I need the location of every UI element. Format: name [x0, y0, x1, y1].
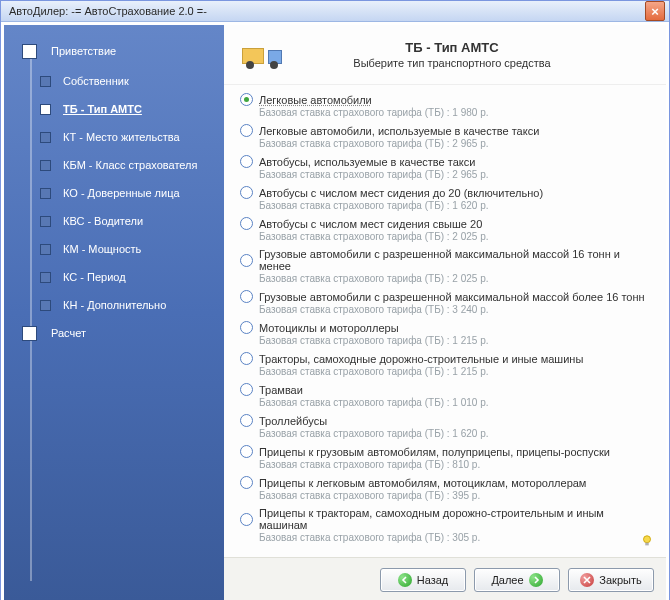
- sidebar-item-label: Собственник: [63, 75, 129, 87]
- node-icon: [40, 132, 51, 143]
- vehicle-radio-4[interactable]: Автобусы с числом мест сидения свыше 20: [240, 217, 654, 230]
- vehicle-radio-6[interactable]: Грузовые автомобили с разрешенной максим…: [240, 290, 654, 303]
- vehicle-radio-3[interactable]: Автобусы с числом мест сидения до 20 (вк…: [240, 186, 654, 199]
- option-label: Прицепы к тракторам, самоходным дорожно-…: [259, 507, 654, 531]
- option-label: Автобусы, используемые в качестве такси: [259, 156, 475, 168]
- vehicle-option-2: Автобусы, используемые в качестве таксиБ…: [240, 155, 654, 180]
- close-icon[interactable]: ×: [645, 1, 665, 21]
- vehicle-option-5: Грузовые автомобили с разрешенной максим…: [240, 248, 654, 284]
- option-rate: Базовая ставка страхового тарифа (ТБ) : …: [259, 428, 654, 439]
- vehicle-radio-0[interactable]: Легковые автомобили: [240, 93, 654, 106]
- radio-icon: [240, 321, 253, 334]
- option-rate: Базовая ставка страхового тарифа (ТБ) : …: [259, 200, 654, 211]
- radio-icon: [240, 290, 253, 303]
- option-rate: Базовая ставка страхового тарифа (ТБ) : …: [259, 490, 654, 501]
- x-icon: [580, 573, 594, 587]
- node-start-icon: [22, 44, 37, 59]
- option-rate: Базовая ставка страхового тарифа (ТБ) : …: [259, 335, 654, 346]
- radio-icon: [240, 93, 253, 106]
- option-rate: Базовая ставка страхового тарифа (ТБ) : …: [259, 169, 654, 180]
- sidebar-start[interactable]: Приветствие: [22, 37, 224, 65]
- sidebar-item-0[interactable]: Собственник: [22, 67, 224, 95]
- option-rate: Базовая ставка страхового тарифа (ТБ) : …: [259, 107, 654, 118]
- radio-icon: [240, 352, 253, 365]
- option-label: Трамваи: [259, 384, 303, 396]
- sidebar-start-label: Приветствие: [51, 45, 116, 57]
- vehicle-radio-8[interactable]: Тракторы, самоходные дорожно-строительны…: [240, 352, 654, 365]
- vehicle-option-9: ТрамваиБазовая ставка страхового тарифа …: [240, 383, 654, 408]
- sidebar-item-label: ТБ - Тип АМТС: [63, 103, 142, 115]
- option-rate: Базовая ставка страхового тарифа (ТБ) : …: [259, 532, 654, 543]
- vehicle-radio-12[interactable]: Прицепы к легковым автомобилям, мотоцикл…: [240, 476, 654, 489]
- sidebar-item-label: КВС - Водители: [63, 215, 143, 227]
- vehicle-option-6: Грузовые автомобили с разрешенной максим…: [240, 290, 654, 315]
- next-button[interactable]: Далее: [474, 568, 560, 592]
- next-label: Далее: [491, 574, 523, 586]
- option-label: Троллейбусы: [259, 415, 327, 427]
- wizard-body: Приветствие СобственникТБ - Тип АМТСКТ -…: [1, 22, 669, 600]
- back-button[interactable]: Назад: [380, 568, 466, 592]
- arrow-left-icon: [398, 573, 412, 587]
- node-icon: [40, 76, 51, 87]
- sidebar-item-3[interactable]: КБМ - Класс страхователя: [22, 151, 224, 179]
- option-label: Грузовые автомобили с разрешенной максим…: [259, 248, 654, 272]
- sidebar-item-1[interactable]: ТБ - Тип АМТС: [22, 95, 224, 123]
- sidebar-item-label: КН - Дополнительно: [63, 299, 166, 311]
- option-rate: Базовая ставка страхового тарифа (ТБ) : …: [259, 304, 654, 315]
- vehicle-radio-7[interactable]: Мотоциклы и мотороллеры: [240, 321, 654, 334]
- sidebar-item-7[interactable]: КС - Период: [22, 263, 224, 291]
- radio-icon: [240, 186, 253, 199]
- sidebar-end[interactable]: Расчет: [22, 319, 224, 347]
- radio-icon: [240, 513, 253, 526]
- back-label: Назад: [417, 574, 449, 586]
- truck-icon: [240, 33, 284, 77]
- radio-icon: [240, 124, 253, 137]
- vehicle-radio-11[interactable]: Прицепы к грузовым автомобилям, полуприц…: [240, 445, 654, 458]
- option-rate: Базовая ставка страхового тарифа (ТБ) : …: [259, 366, 654, 377]
- vehicle-radio-2[interactable]: Автобусы, используемые в качестве такси: [240, 155, 654, 168]
- sidebar-item-4[interactable]: КО - Доверенные лица: [22, 179, 224, 207]
- option-label: Прицепы к легковым автомобилям, мотоцикл…: [259, 477, 586, 489]
- sidebar-item-2[interactable]: КТ - Место жительства: [22, 123, 224, 151]
- node-icon: [40, 216, 51, 227]
- option-label: Мотоциклы и мотороллеры: [259, 322, 399, 334]
- option-rate: Базовая ставка страхового тарифа (ТБ) : …: [259, 138, 654, 149]
- radio-icon: [240, 254, 253, 267]
- hint-bulb-icon[interactable]: [640, 534, 654, 550]
- node-icon: [40, 300, 51, 311]
- sidebar-end-label: Расчет: [51, 327, 86, 339]
- vehicle-option-3: Автобусы с числом мест сидения до 20 (вк…: [240, 186, 654, 211]
- option-label: Автобусы с числом мест сидения до 20 (вк…: [259, 187, 543, 199]
- sidebar-item-label: КМ - Мощность: [63, 243, 141, 255]
- page-subtitle: Выберите тип транспортного средства: [298, 57, 606, 69]
- svg-point-0: [644, 536, 651, 543]
- vehicle-radio-13[interactable]: Прицепы к тракторам, самоходным дорожно-…: [240, 507, 654, 531]
- sidebar-item-5[interactable]: КВС - Водители: [22, 207, 224, 235]
- titlebar: АвтоДилер: -= АвтоСтрахование 2.0 =- ×: [1, 1, 669, 22]
- sidebar-item-label: КО - Доверенные лица: [63, 187, 180, 199]
- option-rate: Базовая ставка страхового тарифа (ТБ) : …: [259, 397, 654, 408]
- vehicle-radio-9[interactable]: Трамваи: [240, 383, 654, 396]
- node-end-icon: [22, 326, 37, 341]
- option-label: Легковые автомобили, используемые в каче…: [259, 125, 539, 137]
- sidebar-item-8[interactable]: КН - Дополнительно: [22, 291, 224, 319]
- close-button[interactable]: Закрыть: [568, 568, 654, 592]
- vehicle-radio-1[interactable]: Легковые автомобили, используемые в каче…: [240, 124, 654, 137]
- sidebar: Приветствие СобственникТБ - Тип АМТСКТ -…: [4, 25, 224, 600]
- main-panel: ТБ - Тип АМТС Выберите тип транспортного…: [224, 25, 666, 600]
- node-icon: [40, 272, 51, 283]
- options-list: Легковые автомобилиБазовая ставка страхо…: [224, 85, 666, 557]
- sidebar-item-label: КС - Период: [63, 271, 126, 283]
- vehicle-radio-5[interactable]: Грузовые автомобили с разрешенной максим…: [240, 248, 654, 272]
- vehicle-option-10: ТроллейбусыБазовая ставка страхового тар…: [240, 414, 654, 439]
- radio-icon: [240, 383, 253, 396]
- vehicle-radio-10[interactable]: Троллейбусы: [240, 414, 654, 427]
- option-label: Грузовые автомобили с разрешенной максим…: [259, 291, 645, 303]
- sidebar-item-6[interactable]: КМ - Мощность: [22, 235, 224, 263]
- vehicle-option-0: Легковые автомобилиБазовая ставка страхо…: [240, 93, 654, 118]
- vehicle-option-7: Мотоциклы и мотороллерыБазовая ставка ст…: [240, 321, 654, 346]
- option-rate: Базовая ставка страхового тарифа (ТБ) : …: [259, 231, 654, 242]
- arrow-right-icon: [529, 573, 543, 587]
- option-label: Тракторы, самоходные дорожно-строительны…: [259, 353, 583, 365]
- sidebar-item-label: КТ - Место жительства: [63, 131, 180, 143]
